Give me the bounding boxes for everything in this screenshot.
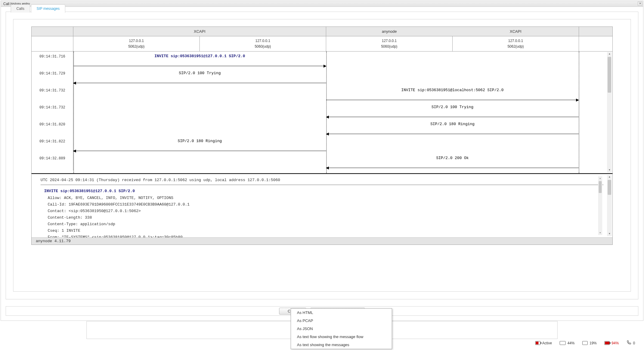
flow-address-row: 127.0.0.1 5062(udp) 127.0.0.1 5060(udp) … (32, 36, 612, 52)
flow-message-row[interactable]: 09:14:31.716INVITE sip:0536381951@127.0.… (32, 52, 612, 69)
titlebar: Call history entry ✕ (1, 1, 643, 7)
flow-message-label: INVITE sip:0536381951@localhost:5062 SIP… (326, 85, 579, 92)
tab-calls[interactable]: Calls (11, 4, 30, 13)
status-mem: 94% (604, 341, 619, 345)
detail-header-line: From: "TE-SYSTEMS" <sip:0536381950@127.0… (41, 234, 603, 237)
close-icon[interactable]: ✕ (638, 1, 642, 6)
dropdown-item-html[interactable]: As HTML (291, 309, 392, 317)
flow-message-row[interactable]: 09:14:31.732SIP/2.0 100 Trying (32, 102, 612, 119)
flow-timestamp: 09:14:31.732 (32, 85, 73, 102)
detail-header-line: Content-Type: application/sdp (41, 221, 603, 228)
scroll-down-icon[interactable]: ▾ (607, 232, 612, 236)
tab-sip-messages[interactable]: SIP messages (31, 4, 65, 13)
scroll-thumb[interactable] (608, 57, 611, 93)
scroll-down-icon[interactable]: ▾ (598, 231, 602, 235)
flow-message-row[interactable]: 09:14:31.820SIP/2.0 180 Ringing (32, 119, 612, 136)
detail-headers: Allow: ACK, BYE, CANCEL, INFO, INVITE, N… (41, 195, 603, 238)
scroll-thumb[interactable] (608, 180, 611, 195)
battery-icon (535, 341, 541, 345)
flow-message-row[interactable]: 09:14:32.889SIP/2.0 200 Ok (32, 153, 612, 170)
flow-message-row[interactable]: 09:14:31.729SIP/2.0 100 Trying (32, 69, 612, 85)
detail-scrollbar[interactable]: ▴ ▾ (607, 175, 612, 236)
flow-addr-0: 127.0.0.1 5062(udp) (73, 36, 200, 51)
flow-rows: 09:14:31.716INVITE sip:0536381951@127.0.… (32, 52, 612, 170)
arrow-right-icon (73, 66, 326, 66)
memory-icon (604, 341, 610, 345)
flow-scrollbar[interactable]: ▴ ▾ (607, 52, 612, 172)
arrow-right-icon (326, 100, 579, 100)
content-panel: XCAPI anynodeXCAPI 127.0.0.1 5062(udp) (13, 19, 631, 292)
flow-message-label: SIP/2.0 200 Ok (326, 153, 579, 160)
dialog-window: Call history entry ✕ Calls SIP messages … (1, 1, 643, 321)
download-dropdown-menu: As HTML As PCAP As JSON As text flow sho… (291, 308, 392, 349)
scroll-up-icon[interactable]: ▴ (607, 175, 612, 179)
flow-arrow: SIP/2.0 180 Ringing (73, 136, 326, 153)
detail-body[interactable]: UTC 2024-04-25 09:14:31 (Thursday) recei… (32, 174, 612, 237)
arrow-left-icon (326, 168, 579, 168)
scroll-thumb[interactable] (599, 181, 602, 193)
arrow-left-icon (73, 151, 326, 151)
message-detail-panel: UTC 2024-04-25 09:14:31 (Thursday) recei… (31, 173, 613, 245)
flow-message-label: INVITE sip:0536381951@127.0.0.1 SIP/2.0 (73, 52, 326, 58)
detail-header-line: Content-Length: 338 (41, 214, 603, 221)
disk-icon (560, 341, 566, 345)
flow-timestamp: 09:14:31.732 (32, 102, 73, 119)
statusbar: Active 44% 19% 94% 0 (535, 340, 635, 346)
flow-addr-1: 127.0.0.1 5060(udp) (200, 36, 326, 51)
status-disk: 44% (560, 341, 575, 345)
flow-timestamp: 09:14:31.729 (32, 69, 73, 85)
arrow-left-icon (73, 83, 326, 83)
flow-message-label: SIP/2.0 100 Trying (326, 102, 579, 109)
flow-time-header (32, 27, 73, 36)
flow-endpoint-row: XCAPI anynodeXCAPI (32, 27, 612, 36)
flow-timestamp: 09:14:31.820 (32, 119, 73, 136)
scroll-down-icon[interactable]: ▾ (607, 168, 612, 172)
flow-message-label: SIP/2.0 180 Ringing (73, 136, 326, 143)
flow-timestamp: 09:14:31.822 (32, 136, 73, 153)
flow-addr-3: 127.0.0.1 5062(udp) (453, 36, 579, 51)
dropdown-item-json[interactable]: As JSON (291, 325, 392, 333)
flow-body[interactable]: 09:14:31.716INVITE sip:0536381951@127.0.… (32, 52, 612, 173)
flow-arrow: SIP/2.0 100 Trying (326, 102, 579, 119)
dropdown-item-pcap[interactable]: As PCAP (291, 317, 392, 325)
detail-header-line: Contact: <sip:0536381950@127.0.0.1:5062> (41, 208, 603, 214)
status-calls: 0 (626, 340, 635, 346)
flow-message-row[interactable]: 09:14:31.822SIP/2.0 180 Ringing (32, 136, 612, 153)
scroll-up-icon[interactable]: ▴ (607, 52, 612, 56)
flow-timestamp: 09:14:32.889 (32, 153, 73, 170)
flow-arrow: SIP/2.0 180 Ringing (326, 119, 579, 136)
flow-scroll-header (579, 27, 590, 36)
scroll-up-icon[interactable]: ▴ (598, 176, 602, 181)
flow-message-row[interactable]: 09:14:31.732INVITE sip:0536381951@localh… (32, 85, 612, 102)
phone-icon (626, 340, 631, 346)
flow-arrow: SIP/2.0 100 Trying (73, 69, 326, 85)
detail-header-line: Allow: ACK, BYE, CANCEL, INFO, INVITE, N… (41, 195, 603, 201)
dropdown-item-textflow[interactable]: As text flow showing the message flow (291, 333, 392, 341)
flow-arrow: SIP/2.0 200 Ok (326, 153, 579, 170)
flow-endpoint-left: XCAPI (73, 27, 326, 36)
flow-message-label: SIP/2.0 100 Trying (73, 69, 326, 75)
flow-addr-2: 127.0.0.1 5060(udp) (326, 36, 453, 51)
flow-endpoint-right: anynodeXCAPI (326, 27, 579, 36)
content-pad: XCAPI anynodeXCAPI 127.0.0.1 5062(udp) (13, 19, 631, 291)
flow-timestamp: 09:14:31.716 (32, 52, 73, 69)
status-active: Active (535, 341, 552, 345)
detail-header-line: Cseq: 1 INVITE (41, 228, 603, 234)
flow-arrow: INVITE sip:0536381951@localhost:5062 SIP… (326, 85, 579, 102)
outer-panel: Calls SIP messages XCAPI anynodeXCAPI (6, 12, 638, 299)
cpu-icon (582, 341, 588, 345)
detail-footer: anynode 4.11.79 (32, 237, 612, 245)
dropdown-item-text[interactable]: As text showing the messages (291, 341, 392, 349)
detail-meta: UTC 2024-04-25 09:14:31 (Thursday) recei… (41, 177, 603, 185)
tab-bar: Calls SIP messages (11, 12, 65, 20)
detail-request-line: INVITE sip:0536381951@127.0.0.1 SIP/2.0 (41, 188, 603, 195)
status-cpu: 19% (582, 341, 597, 345)
detail-header-line: Call-Id: 19FAE693E701DA96008FCC131E33749… (41, 201, 603, 208)
sip-flow-diagram: XCAPI anynodeXCAPI 127.0.0.1 5062(udp) (31, 27, 613, 173)
detail-inner-scrollbar[interactable]: ▴ ▾ (598, 176, 602, 235)
arrow-left-icon (326, 117, 579, 117)
flow-message-label: SIP/2.0 180 Ringing (326, 119, 579, 126)
flow-arrow: INVITE sip:0536381951@127.0.0.1 SIP/2.0 (73, 52, 326, 69)
arrow-left-icon (326, 134, 579, 134)
